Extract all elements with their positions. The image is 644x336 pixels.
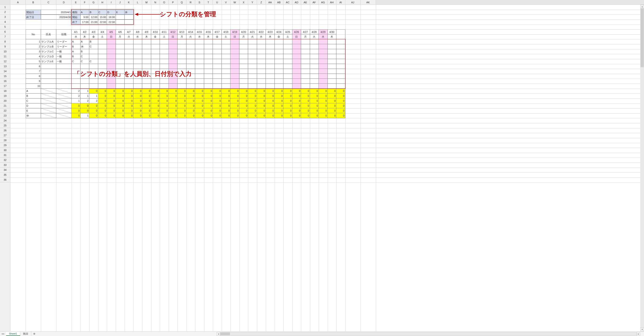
staff-7-d5[interactable] — [116, 69, 125, 74]
staff-7-d14[interactable] — [195, 69, 204, 74]
staff-3-d11[interactable] — [169, 49, 178, 54]
staff-10-d8[interactable] — [142, 84, 151, 89]
staff-3-d29[interactable] — [328, 49, 336, 54]
staff-5-d18[interactable] — [230, 59, 240, 64]
staff-8-d17[interactable] — [222, 74, 231, 79]
staff-2-d11[interactable] — [169, 44, 178, 49]
staff-3-d10[interactable] — [160, 49, 169, 54]
staff-9-d1[interactable] — [80, 79, 90, 84]
staff-8-d6[interactable] — [124, 74, 134, 79]
staff-2-d3[interactable] — [98, 44, 107, 49]
staff-role-7[interactable] — [56, 69, 72, 74]
staff-3-d3[interactable] — [98, 49, 107, 54]
staff-6-d27[interactable] — [310, 64, 319, 69]
staff-5-d23[interactable] — [275, 59, 284, 64]
staff-8-d1[interactable] — [80, 74, 90, 79]
staff-9-d16[interactable] — [213, 79, 222, 84]
staff-5-d24[interactable] — [284, 59, 292, 64]
staff-1-d28[interactable] — [319, 39, 328, 44]
shift-end-1[interactable]: 21:00 — [89, 19, 98, 24]
staff-1-d16[interactable] — [213, 39, 222, 44]
staff-role-5[interactable]: 一般 — [56, 59, 72, 64]
staff-7-d10[interactable] — [160, 69, 169, 74]
staff-8-d0[interactable] — [72, 74, 80, 79]
staff-1-d0[interactable]: A — [72, 39, 80, 44]
staff-3-d27[interactable] — [310, 49, 319, 54]
staff-8-d28[interactable] — [319, 74, 328, 79]
staff-2-d0[interactable]: B — [72, 44, 80, 49]
staff-10-d17[interactable] — [222, 84, 231, 89]
staff-6-d28[interactable] — [319, 64, 328, 69]
staff-7-d26[interactable] — [301, 69, 310, 74]
staff-9-d29[interactable] — [328, 79, 336, 84]
staff-no-5[interactable]: 5 — [26, 59, 41, 64]
staff-6-d24[interactable] — [284, 64, 292, 69]
staff-1-d24[interactable] — [284, 39, 292, 44]
staff-6-d22[interactable] — [266, 64, 275, 69]
staff-4-d24[interactable] — [284, 54, 292, 59]
col-header-AG[interactable]: AG — [319, 0, 328, 4]
staff-5-d11[interactable] — [169, 59, 178, 64]
staff-1-d25[interactable] — [292, 39, 301, 44]
staff-2-d14[interactable] — [195, 44, 204, 49]
col-header-T[interactable]: T — [204, 0, 213, 4]
row-header-12[interactable]: 12 — [0, 59, 10, 64]
date-end-value[interactable]: 2020/4/30 — [41, 14, 72, 19]
staff-9-d6[interactable] — [124, 79, 134, 84]
staff-2-d6[interactable] — [124, 44, 134, 49]
staff-2-d27[interactable] — [310, 44, 319, 49]
staff-1-d6[interactable] — [124, 39, 134, 44]
staff-10-d29[interactable] — [328, 84, 336, 89]
staff-10-d21[interactable] — [257, 84, 266, 89]
col-header-W[interactable]: W — [230, 0, 240, 4]
staff-8-d4[interactable] — [107, 74, 116, 79]
staff-name-4[interactable]: サンプルD — [41, 54, 56, 59]
staff-2-d2[interactable]: C — [89, 44, 98, 49]
staff-10-d9[interactable] — [151, 84, 160, 89]
staff-1-d3[interactable] — [98, 39, 107, 44]
staff-5-d17[interactable] — [222, 59, 231, 64]
scroll-right-button[interactable]: ▸ — [636, 332, 640, 336]
staff-9-d5[interactable] — [116, 79, 125, 84]
staff-7-d11[interactable] — [169, 69, 178, 74]
staff-8-d15[interactable] — [204, 74, 213, 79]
col-header-U[interactable]: U — [213, 0, 222, 4]
staff-9-d8[interactable] — [142, 79, 151, 84]
staff-10-d3[interactable] — [98, 84, 107, 89]
staff-2-d4[interactable] — [107, 44, 116, 49]
staff-3-d14[interactable] — [195, 49, 204, 54]
staff-6-d14[interactable] — [195, 64, 204, 69]
row-header-7[interactable]: 7 — [0, 34, 10, 39]
col-header-V[interactable]: V — [222, 0, 231, 4]
staff-5-d4[interactable] — [107, 59, 116, 64]
staff-9-d4[interactable] — [107, 79, 116, 84]
staff-9-d13[interactable] — [186, 79, 195, 84]
staff-2-d9[interactable] — [151, 44, 160, 49]
shift-end-3[interactable]: 22:00 — [107, 19, 116, 24]
staff-9-d0[interactable] — [72, 79, 80, 84]
row-header-2[interactable]: 2 — [0, 10, 10, 14]
staff-10-d18[interactable] — [230, 84, 240, 89]
staff-no-8[interactable]: 8 — [26, 74, 41, 79]
staff-2-d21[interactable] — [257, 44, 266, 49]
staff-6-d29[interactable] — [328, 64, 336, 69]
horizontal-scrollbar[interactable]: ◂ ▸ — [216, 332, 640, 336]
row-header-21[interactable]: 21 — [0, 103, 10, 108]
staff-7-d20[interactable] — [248, 69, 257, 74]
staff-7-d0[interactable] — [72, 69, 80, 74]
staff-1-d21[interactable] — [257, 39, 266, 44]
staff-9-d26[interactable] — [301, 79, 310, 84]
staff-name-8[interactable] — [41, 74, 56, 79]
staff-10-d14[interactable] — [195, 84, 204, 89]
staff-8-d2[interactable] — [89, 74, 98, 79]
staff-no-1[interactable]: 1 — [26, 39, 41, 44]
staff-no-9[interactable]: 9 — [26, 79, 41, 84]
staff-3-d24[interactable] — [284, 49, 292, 54]
staff-10-d2[interactable] — [89, 84, 98, 89]
staff-4-d28[interactable] — [319, 54, 328, 59]
staff-1-d4[interactable] — [107, 39, 116, 44]
row-header-11[interactable]: 11 — [0, 54, 10, 59]
staff-role-4[interactable]: 一般 — [56, 54, 72, 59]
col-header-C[interactable]: C — [41, 0, 56, 4]
tab-holidays[interactable]: 祝日 — [20, 332, 31, 336]
